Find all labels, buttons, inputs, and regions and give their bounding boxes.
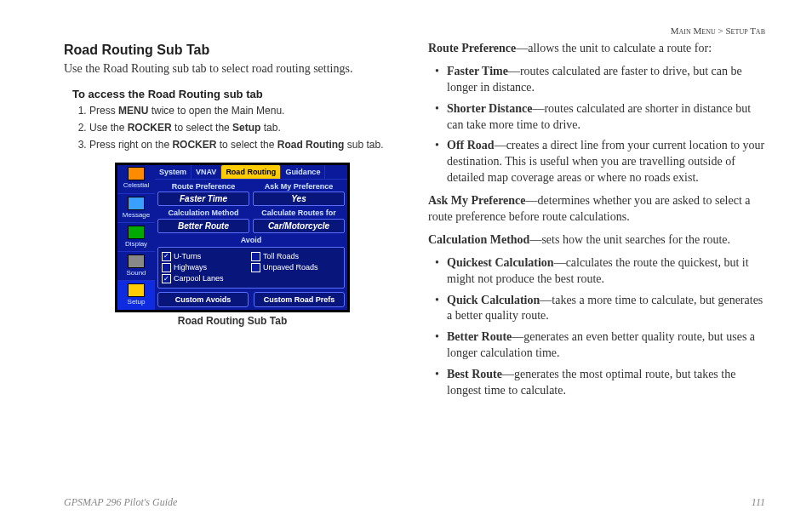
- left-column: Road Routing Sub Tab Use the Road Routin…: [64, 41, 401, 489]
- route-pref-list: Faster Time—routes calculated are faster…: [428, 64, 765, 186]
- checkbox-icon: [251, 263, 260, 272]
- sound-icon: [128, 254, 145, 268]
- calc-method-list: Quickest Calculation—calculates the rout…: [428, 255, 765, 399]
- chk-highways: Highways: [162, 262, 251, 272]
- tab-system: System: [155, 165, 192, 179]
- side-setup: Setup: [117, 280, 155, 309]
- section-title: Road Routing Sub Tab: [64, 41, 401, 60]
- value-calc-method: Better Route: [157, 219, 249, 234]
- device-tabs: System VNAV Road Routing Guidance: [155, 165, 347, 180]
- label-calc-method: Calculation Method: [157, 208, 249, 218]
- label-route-pref: Route Preference: [157, 181, 249, 192]
- calc-method-para: Calculation Method—sets how the unit sea…: [428, 232, 765, 249]
- item-faster-time: Faster Time—routes calculated are faster…: [447, 64, 765, 96]
- route-pref-para: Route Preference—allows the unit to calc…: [428, 41, 765, 57]
- breadcrumb: Main Menu > Setup Tab: [64, 26, 765, 36]
- item-best-route: Best Route—generates the most optimal ro…: [447, 367, 765, 399]
- item-quickest-calc: Quickest Calculation—calculates the rout…: [447, 255, 765, 288]
- item-shorter-distance: Shorter Distance—routes calculated are s…: [447, 101, 765, 134]
- chk-uturns: ✓U-Turns: [162, 251, 251, 261]
- intro-text: Use the Road Routing sub tab to select r…: [64, 61, 401, 77]
- side-message: Message: [117, 193, 155, 222]
- tab-vnav: VNAV: [192, 165, 221, 179]
- chk-carpool: ✓Carpool Lanes: [162, 273, 251, 283]
- value-ask-pref: Yes: [253, 192, 345, 207]
- check-icon: ✓: [162, 252, 171, 261]
- steps-list: Press MENU twice to open the Main Menu. …: [72, 104, 401, 152]
- breadcrumb-sep: >: [716, 26, 726, 36]
- footer-guide: GPSMAP 296 Pilot's Guide: [64, 496, 177, 509]
- value-route-pref: Faster Time: [157, 192, 249, 207]
- tab-guidance: Guidance: [281, 165, 325, 179]
- avoid-box: ✓U-Turns Highways ✓Carpool Lanes Toll Ro…: [157, 247, 345, 288]
- label-avoid: Avoid: [157, 235, 345, 245]
- breadcrumb-sub: Setup Tab: [725, 26, 765, 36]
- side-display: Display: [117, 222, 155, 251]
- device-sidebar: Celestial Message Display Sound Setup: [117, 165, 155, 310]
- celestial-icon: [128, 167, 145, 180]
- breadcrumb-main: Main Menu: [671, 26, 716, 36]
- chk-unpaved: Unpaved Roads: [251, 262, 340, 272]
- side-celestial: Celestial: [117, 165, 155, 193]
- btn-custom-avoids: Custom Avoids: [157, 292, 249, 307]
- checkbox-icon: [162, 263, 171, 272]
- label-ask-pref: Ask My Preference: [253, 181, 345, 192]
- check-icon: ✓: [162, 274, 171, 283]
- footer-page: 111: [752, 496, 765, 509]
- item-quick-calc: Quick Calculation—takes a more time to c…: [447, 293, 765, 325]
- ask-pref-para: Ask My Preference—determines whether you…: [428, 193, 765, 226]
- step-1: Press MENU twice to open the Main Menu.: [89, 104, 401, 117]
- item-better-route: Better Route—generates an even better qu…: [447, 329, 765, 362]
- label-calc-for: Calculate Routes for: [253, 208, 345, 218]
- item-off-road: Off Road—creates a direct line from your…: [447, 138, 765, 186]
- page-footer: GPSMAP 296 Pilot's Guide 111: [64, 496, 765, 509]
- chk-toll: Toll Roads: [251, 251, 340, 261]
- tab-road-routing: Road Routing: [221, 165, 281, 179]
- setup-icon: [128, 283, 145, 297]
- message-icon: [128, 197, 145, 210]
- checkbox-icon: [251, 252, 260, 261]
- right-column: Route Preference—allows the unit to calc…: [428, 41, 765, 489]
- access-title: To access the Road Routing sub tab: [72, 87, 401, 102]
- step-3: Press right on the ROCKER to select the …: [89, 138, 401, 152]
- step-2: Use the ROCKER to select the Setup tab.: [89, 121, 401, 134]
- value-calc-for: Car/Motorcycle: [253, 219, 345, 234]
- display-icon: [128, 226, 145, 239]
- device-screenshot: Celestial Message Display Sound Setup Sy…: [115, 163, 350, 312]
- side-sound: Sound: [117, 251, 155, 280]
- figure-caption: Road Routing Sub Tab: [64, 314, 401, 328]
- btn-custom-prefs: Custom Road Prefs: [254, 292, 345, 307]
